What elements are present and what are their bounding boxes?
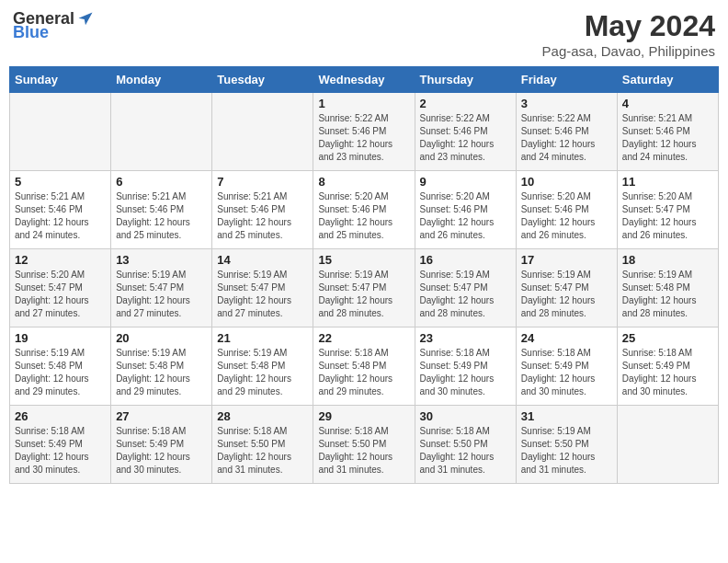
cell-info: Sunrise: 5:20 AM Sunset: 5:46 PM Dayligh… — [420, 190, 511, 242]
cell-info: Sunrise: 5:21 AM Sunset: 5:46 PM Dayligh… — [116, 190, 207, 242]
calendar-cell: 28Sunrise: 5:18 AM Sunset: 5:50 PM Dayli… — [212, 406, 313, 484]
cell-info: Sunrise: 5:18 AM Sunset: 5:50 PM Dayligh… — [217, 425, 308, 477]
calendar-cell: 31Sunrise: 5:19 AM Sunset: 5:50 PM Dayli… — [516, 406, 617, 484]
weekday-header-wednesday: Wednesday — [313, 67, 415, 93]
cell-info: Sunrise: 5:19 AM Sunset: 5:47 PM Dayligh… — [521, 269, 612, 320]
cell-info: Sunrise: 5:18 AM Sunset: 5:48 PM Dayligh… — [318, 347, 409, 398]
cell-info: Sunrise: 5:21 AM Sunset: 5:46 PM Dayligh… — [622, 112, 713, 164]
calendar-cell: 25Sunrise: 5:18 AM Sunset: 5:49 PM Dayli… — [617, 327, 718, 406]
cell-info: Sunrise: 5:22 AM Sunset: 5:46 PM Dayligh… — [318, 112, 409, 164]
day-number: 25 — [622, 331, 713, 345]
day-number: 16 — [420, 253, 511, 267]
day-number: 29 — [318, 409, 409, 423]
calendar-cell: 27Sunrise: 5:18 AM Sunset: 5:49 PM Dayli… — [111, 406, 212, 484]
day-number: 22 — [318, 331, 409, 345]
calendar-cell: 22Sunrise: 5:18 AM Sunset: 5:48 PM Dayli… — [313, 327, 415, 406]
day-number: 26 — [15, 409, 106, 423]
calendar-cell: 1Sunrise: 5:22 AM Sunset: 5:46 PM Daylig… — [313, 93, 415, 171]
calendar-cell: 30Sunrise: 5:18 AM Sunset: 5:50 PM Dayli… — [415, 406, 516, 484]
week-row-3: 12Sunrise: 5:20 AM Sunset: 5:47 PM Dayli… — [10, 249, 719, 327]
cell-info: Sunrise: 5:22 AM Sunset: 5:46 PM Dayligh… — [521, 112, 612, 164]
day-number: 12 — [15, 253, 106, 267]
day-number: 21 — [217, 331, 308, 345]
weekday-header-sunday: Sunday — [10, 67, 111, 93]
cell-info: Sunrise: 5:20 AM Sunset: 5:46 PM Dayligh… — [318, 190, 409, 242]
month-title: May 2024 — [542, 9, 715, 43]
calendar-cell: 5Sunrise: 5:21 AM Sunset: 5:46 PM Daylig… — [10, 171, 111, 249]
cell-info: Sunrise: 5:19 AM Sunset: 5:48 PM Dayligh… — [116, 347, 207, 398]
day-number: 17 — [521, 253, 612, 267]
day-number: 24 — [521, 331, 612, 345]
calendar-table: SundayMondayTuesdayWednesdayThursdayFrid… — [9, 66, 719, 484]
cell-info: Sunrise: 5:20 AM Sunset: 5:47 PM Dayligh… — [15, 269, 106, 320]
cell-info: Sunrise: 5:18 AM Sunset: 5:50 PM Dayligh… — [420, 425, 511, 477]
cell-info: Sunrise: 5:21 AM Sunset: 5:46 PM Dayligh… — [15, 190, 106, 242]
calendar-cell — [111, 93, 212, 171]
day-number: 1 — [318, 97, 409, 110]
calendar-cell — [10, 93, 111, 171]
calendar-cell: 3Sunrise: 5:22 AM Sunset: 5:46 PM Daylig… — [516, 93, 617, 171]
week-row-2: 5Sunrise: 5:21 AM Sunset: 5:46 PM Daylig… — [10, 171, 719, 249]
cell-info: Sunrise: 5:18 AM Sunset: 5:49 PM Dayligh… — [521, 347, 612, 398]
cell-info: Sunrise: 5:19 AM Sunset: 5:47 PM Dayligh… — [318, 269, 409, 320]
day-number: 11 — [622, 175, 713, 189]
cell-info: Sunrise: 5:18 AM Sunset: 5:49 PM Dayligh… — [15, 425, 106, 477]
calendar-cell: 29Sunrise: 5:18 AM Sunset: 5:50 PM Dayli… — [313, 406, 415, 484]
cell-info: Sunrise: 5:18 AM Sunset: 5:50 PM Dayligh… — [318, 425, 409, 477]
cell-info: Sunrise: 5:20 AM Sunset: 5:47 PM Dayligh… — [622, 190, 713, 242]
cell-info: Sunrise: 5:18 AM Sunset: 5:49 PM Dayligh… — [116, 425, 207, 477]
calendar-cell: 19Sunrise: 5:19 AM Sunset: 5:48 PM Dayli… — [10, 327, 111, 406]
day-number: 18 — [622, 253, 713, 267]
logo-bird-icon — [76, 10, 95, 29]
weekday-header-thursday: Thursday — [415, 67, 516, 93]
day-number: 13 — [116, 253, 207, 267]
day-number: 14 — [217, 253, 308, 267]
day-number: 6 — [116, 175, 207, 189]
calendar-cell: 18Sunrise: 5:19 AM Sunset: 5:48 PM Dayli… — [617, 249, 718, 327]
calendar-cell: 21Sunrise: 5:19 AM Sunset: 5:48 PM Dayli… — [212, 327, 313, 406]
logo: General Blue — [13, 9, 95, 42]
calendar-cell: 10Sunrise: 5:20 AM Sunset: 5:46 PM Dayli… — [516, 171, 617, 249]
cell-info: Sunrise: 5:19 AM Sunset: 5:48 PM Dayligh… — [15, 347, 106, 398]
calendar-cell: 26Sunrise: 5:18 AM Sunset: 5:49 PM Dayli… — [10, 406, 111, 484]
calendar-cell: 11Sunrise: 5:20 AM Sunset: 5:47 PM Dayli… — [617, 171, 718, 249]
calendar-cell: 24Sunrise: 5:18 AM Sunset: 5:49 PM Dayli… — [516, 327, 617, 406]
cell-info: Sunrise: 5:19 AM Sunset: 5:50 PM Dayligh… — [521, 425, 612, 477]
day-number: 28 — [217, 409, 308, 423]
calendar-cell — [617, 406, 718, 484]
weekday-header-row: SundayMondayTuesdayWednesdayThursdayFrid… — [10, 67, 719, 93]
title-block: May 2024 Pag-asa, Davao, Philippines — [542, 9, 715, 59]
day-number: 8 — [318, 175, 409, 189]
calendar-cell: 13Sunrise: 5:19 AM Sunset: 5:47 PM Dayli… — [111, 249, 212, 327]
day-number: 20 — [116, 331, 207, 345]
day-number: 30 — [420, 409, 511, 423]
weekday-header-saturday: Saturday — [617, 67, 718, 93]
logo-blue: Blue — [13, 23, 49, 42]
location-title: Pag-asa, Davao, Philippines — [542, 43, 715, 59]
week-row-1: 1Sunrise: 5:22 AM Sunset: 5:46 PM Daylig… — [10, 93, 719, 171]
week-row-5: 26Sunrise: 5:18 AM Sunset: 5:49 PM Dayli… — [10, 406, 719, 484]
calendar-cell: 4Sunrise: 5:21 AM Sunset: 5:46 PM Daylig… — [617, 93, 718, 171]
cell-info: Sunrise: 5:18 AM Sunset: 5:49 PM Dayligh… — [420, 347, 511, 398]
calendar-cell: 2Sunrise: 5:22 AM Sunset: 5:46 PM Daylig… — [415, 93, 516, 171]
day-number: 7 — [217, 175, 308, 189]
calendar-cell: 12Sunrise: 5:20 AM Sunset: 5:47 PM Dayli… — [10, 249, 111, 327]
day-number: 3 — [521, 97, 612, 110]
page-header: General Blue May 2024 Pag-asa, Davao, Ph… — [9, 9, 719, 59]
day-number: 5 — [15, 175, 106, 189]
day-number: 4 — [622, 97, 713, 110]
week-row-4: 19Sunrise: 5:19 AM Sunset: 5:48 PM Dayli… — [10, 327, 719, 406]
cell-info: Sunrise: 5:19 AM Sunset: 5:47 PM Dayligh… — [217, 269, 308, 320]
day-number: 2 — [420, 97, 511, 110]
weekday-header-tuesday: Tuesday — [212, 67, 313, 93]
day-number: 31 — [521, 409, 612, 423]
calendar-cell: 23Sunrise: 5:18 AM Sunset: 5:49 PM Dayli… — [415, 327, 516, 406]
day-number: 15 — [318, 253, 409, 267]
calendar-cell: 16Sunrise: 5:19 AM Sunset: 5:47 PM Dayli… — [415, 249, 516, 327]
cell-info: Sunrise: 5:19 AM Sunset: 5:47 PM Dayligh… — [420, 269, 511, 320]
day-number: 10 — [521, 175, 612, 189]
cell-info: Sunrise: 5:19 AM Sunset: 5:48 PM Dayligh… — [622, 269, 713, 320]
cell-info: Sunrise: 5:19 AM Sunset: 5:47 PM Dayligh… — [116, 269, 207, 320]
day-number: 9 — [420, 175, 511, 189]
cell-info: Sunrise: 5:21 AM Sunset: 5:46 PM Dayligh… — [217, 190, 308, 242]
